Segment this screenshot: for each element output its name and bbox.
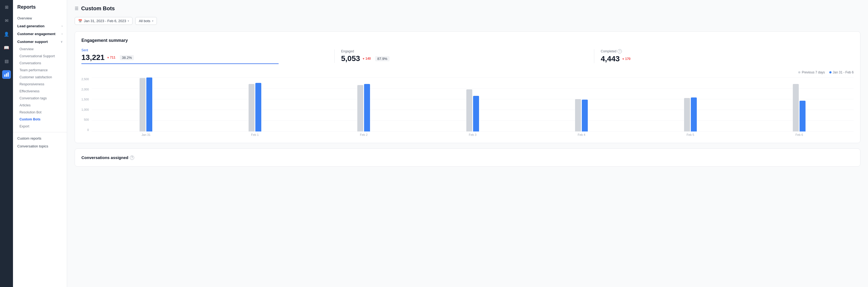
legend-current: Jan 31 - Feb 6 [829,70,854,74]
x-label: Jan 31 [92,133,201,136]
y-axis: 2,500 2,000 1,500 1,000 500 0 [82,77,92,132]
bar-current [691,98,697,132]
users-icon[interactable]: 👤 [2,30,11,38]
stat-sent-percent: 38.2% [120,55,134,60]
bar-group [418,89,527,132]
x-label: Feb 5 [636,133,745,136]
date-range-button[interactable]: 📅 Jan 31, 2023 - Feb 6, 2023 ▾ [75,17,132,25]
stat-engaged-value: 5,053 ▼140 [341,54,371,63]
stat-completed-change: ▼170 [622,57,630,61]
nav-customer-support[interactable]: Customer support ∨ [13,38,67,46]
x-label: Feb 4 [527,133,636,136]
chart-icon[interactable] [2,70,11,79]
sub-conversation-tags[interactable]: Conversation tags [13,95,67,102]
nav-conversation-topics[interactable]: Conversation topics [13,142,67,150]
x-label: Feb 2 [309,133,418,136]
x-labels: Jan 31Feb 1Feb 2Feb 3Feb 4Feb 5Feb 6 [92,133,854,136]
page-header: ☰ Custom Bots [75,5,861,12]
bar-previous [357,85,363,132]
bar-current [255,83,261,132]
sub-team-performance[interactable]: Team performance [13,67,67,74]
bar-previous [249,84,254,132]
bar-group [309,84,418,132]
sub-conversational-support[interactable]: Conversational Support [13,52,67,60]
bot-filter-label: All bots [139,19,150,23]
stat-sent-change: ▼711 [107,56,116,60]
chart-legend: Previous 7 days Jan 31 - Feb 6 [82,70,854,74]
x-label: Feb 3 [418,133,527,136]
bar-group [527,99,636,132]
message-icon[interactable]: ✉ [2,16,11,25]
conversations-info-icon[interactable]: ? [130,155,134,160]
stat-sent-label: Sent [82,48,328,52]
stat-sent-underline [82,64,279,64]
divider [13,132,67,132]
bar-previous [793,84,799,132]
x-label: Feb 6 [745,133,854,136]
date-range-label: Jan 31, 2023 - Feb 6, 2023 [84,19,126,23]
legend-previous: Previous 7 days [798,70,825,74]
sub-export[interactable]: Export [13,123,67,130]
bot-filter-button[interactable]: All bots ▾ [135,17,157,25]
stat-sent: Sent 13,221 ▼711 38.2% [82,48,334,64]
svg-rect-2 [7,72,9,77]
nav-custom-reports[interactable]: Custom reports [13,135,67,142]
chevron-icon: › [62,25,62,28]
bar-previous [575,99,581,132]
bar-current [364,84,370,132]
book-icon[interactable]: 📖 [2,43,11,52]
x-label: Feb 1 [200,133,309,136]
sub-resolution-bot[interactable]: Resolution Bot [13,109,67,116]
menu-icon[interactable]: ☰ [75,6,79,11]
completed-info-icon[interactable]: ? [618,49,622,53]
bar-previous [466,89,472,132]
chevron-icon: ∨ [61,40,62,43]
bar-previous [140,78,146,132]
down-arrow-icon: ▼ [107,56,110,59]
nav-lead-generation[interactable]: Lead generation › [13,22,67,30]
conversations-assigned-card: Conversations assigned ? [75,148,861,167]
sub-custom-bots[interactable]: Custom Bots [13,116,67,123]
nav-overview[interactable]: Overview [13,14,67,22]
sidebar-title: Reports [13,4,67,14]
nav-sidebar: Reports Overview Lead generation › Custo… [13,0,67,287]
chevron-icon: › [62,32,62,35]
icon-sidebar: ⊞ ✉ 👤 📖 ▤ [0,0,13,287]
sub-articles[interactable]: Articles [13,102,67,109]
stat-sent-value: 13,221 ▼711 [82,53,116,62]
sub-responsiveness[interactable]: Responsiveness [13,81,67,88]
nav-customer-engagement[interactable]: Customer engagement › [13,30,67,38]
sub-customer-satisfaction[interactable]: Customer satisfaction [13,74,67,81]
sub-overview[interactable]: Overview [13,46,67,52]
main-content: ☰ Custom Bots 📅 Jan 31, 2023 - Feb 6, 20… [67,0,868,287]
bars-area [92,77,854,132]
bar-group [200,83,309,132]
bar-current [800,101,806,132]
chart-inner: Jan 31Feb 1Feb 2Feb 3Feb 4Feb 5Feb 6 [92,77,854,136]
conversations-assigned-title: Conversations assigned ? [82,155,854,160]
legend-previous-label: Previous 7 days [802,70,825,74]
calendar-icon: 📅 [78,19,82,23]
stat-completed-value: 4,443 ▼170 [601,55,630,63]
grid-icon[interactable]: ⊞ [2,3,11,11]
engagement-summary-title: Engagement summary [82,38,854,43]
legend-current-label: Jan 31 - Feb 6 [833,70,854,74]
legend-dot-gray [798,71,800,73]
bar-current [146,77,152,132]
engagement-summary-card: Engagement summary Sent 13,221 ▼711 38.2… [75,31,861,143]
stat-completed-label: Completed ? [601,49,847,53]
svg-rect-1 [6,73,7,77]
filter-bar: 📅 Jan 31, 2023 - Feb 6, 2023 ▾ All bots … [75,17,861,25]
legend-dot-blue [829,71,832,73]
sub-conversations[interactable]: Conversations [13,60,67,67]
bar-current [582,100,588,132]
down-arrow-icon: ▼ [622,58,625,61]
stat-engaged: Engaged 5,053 ▼140 87.9% [334,49,594,63]
inbox-icon[interactable]: ▤ [2,57,11,65]
bot-chevron-icon: ▾ [152,20,153,23]
stat-engaged-change: ▼140 [362,57,371,61]
bar-previous [684,98,690,132]
bar-current [473,96,479,132]
down-arrow-icon: ▼ [362,57,365,60]
sub-effectiveness[interactable]: Effectiveness [13,88,67,95]
